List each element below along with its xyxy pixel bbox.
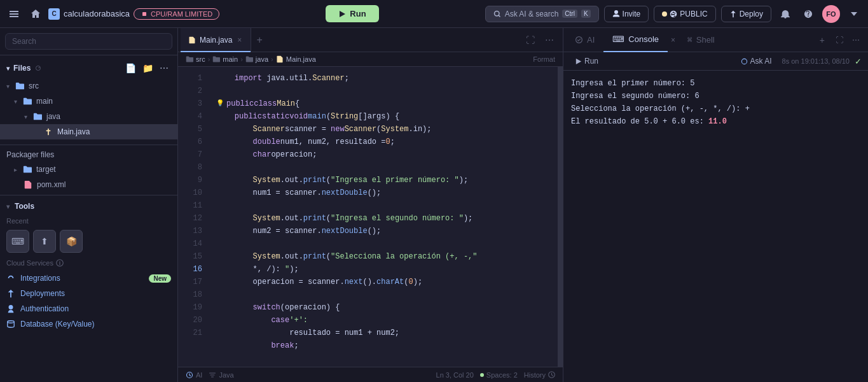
terminal-tool-button[interactable]: ⌨ <box>6 230 29 253</box>
upload-tool-button[interactable]: ⬆ <box>33 230 56 253</box>
authentication-label: Authentication <box>20 304 69 313</box>
lang-status-item[interactable]: Java <box>209 371 233 379</box>
breadcrumb-main[interactable]: main <box>223 55 238 63</box>
console-toolbar: Run Ask AI 8s on 19:01:13, 08/10 ✓ <box>563 52 868 71</box>
code-line-17 <box>216 288 555 301</box>
folder-breadcrumb-icon-3 <box>245 55 253 63</box>
files-section-header[interactable]: ▾ Files 📄 📁 ⋯ <box>0 58 177 78</box>
sidebar-search-input[interactable] <box>5 33 172 50</box>
folder-icon <box>22 164 32 174</box>
new-folder-button[interactable]: 📁 <box>140 62 156 74</box>
ai-status-item[interactable]: AI <box>186 371 202 379</box>
tree-item-mainjava[interactable]: Main.java <box>0 124 177 139</box>
code-line-1: import java.util.Scanner; <box>216 72 555 85</box>
code-editor: 1 2 3 4 5 6 7 8 9 10 11 12 13 14 15 16 1… <box>178 67 563 367</box>
help-button[interactable] <box>799 5 817 23</box>
code-line-19: case '+': <box>216 314 555 327</box>
check-icon: ✓ <box>855 57 862 66</box>
code-line-10: num1 = scanner.nextDouble(); <box>216 187 555 199</box>
service-deployments[interactable]: Deployments <box>0 286 177 301</box>
tab-shell[interactable]: ⌘ Shell <box>679 28 724 52</box>
xml-file-icon <box>23 180 33 190</box>
service-database[interactable]: Database (Key/Value) <box>0 316 177 332</box>
right-panel: AI ⌨ Console × ⌘ Shell + ⛶ ⋯ Run <box>563 28 868 382</box>
tab-console[interactable]: ⌨ Console <box>603 28 668 52</box>
code-line-3: 💡public class Main { <box>216 97 555 110</box>
cursor-status[interactable]: Ln 3, Col 20 <box>436 371 474 379</box>
service-integrations[interactable]: Integrations New <box>0 271 177 286</box>
file-breadcrumb-icon <box>276 55 284 63</box>
tree-label-main: main <box>36 97 53 106</box>
java-file-icon <box>43 127 53 137</box>
tab-ai[interactable]: AI <box>566 28 603 52</box>
project-icon: C <box>48 8 60 20</box>
tree-label-java: java <box>46 112 60 121</box>
right-panel-tabs: AI ⌨ Console × ⌘ Shell + ⛶ ⋯ <box>563 28 868 52</box>
history-status[interactable]: History <box>524 371 555 379</box>
format-button[interactable]: Format <box>533 55 555 63</box>
topbar-right: Ask AI & search Ctrl K Invite PUBLIC Dep… <box>485 5 863 23</box>
svg-point-13 <box>741 59 747 64</box>
public-button[interactable]: PUBLIC <box>654 6 715 22</box>
topbar-center: Run <box>224 5 479 22</box>
run-icon <box>575 58 582 65</box>
avatar-dropdown-button[interactable] <box>845 5 863 23</box>
output-line-4: El resultado de 5.0 + 6.0 es: 11.0 <box>571 115 860 128</box>
new-tab-button[interactable]: + <box>815 35 830 45</box>
chevron-down-icon: ▾ <box>6 65 10 72</box>
sidebar-toggle-button[interactable] <box>5 6 23 22</box>
sync-icon <box>34 64 42 72</box>
console-run-button[interactable]: Run <box>570 55 603 67</box>
expand-panel-button[interactable]: ⛶ <box>832 34 846 46</box>
expand-editor-button[interactable]: ⛶ <box>522 33 539 47</box>
integrations-icon <box>6 274 15 283</box>
chevron-icon: ▾ <box>6 203 10 210</box>
public-dot <box>662 11 667 17</box>
svg-rect-0 <box>10 11 18 12</box>
tree-item-java[interactable]: ▾ java <box>0 109 177 124</box>
tree-label-mainjava: Main.java <box>57 127 90 136</box>
output-highlight: 11.0 <box>708 117 727 126</box>
shortcut-key: K <box>581 10 591 18</box>
integrations-label: Integrations <box>20 274 60 283</box>
ask-ai-search-button[interactable]: Ask AI & search Ctrl K <box>485 6 599 22</box>
code-line-20: resultado = num1 + num2; <box>216 327 555 339</box>
notifications-button[interactable] <box>776 5 794 23</box>
tools-section-header[interactable]: ▾ Tools <box>0 198 177 215</box>
spaces-status[interactable]: Spaces: 2 <box>480 371 518 379</box>
recent-label: Recent <box>0 215 177 227</box>
panel-more-button[interactable]: ⋯ <box>849 34 863 46</box>
deployments-icon <box>6 289 15 298</box>
service-authentication[interactable]: Authentication <box>0 301 177 316</box>
ask-ai-button[interactable]: Ask AI <box>736 55 777 67</box>
folder-breadcrumb-icon-2 <box>212 55 220 63</box>
tree-item-pomxml[interactable]: pom.xml <box>0 177 177 192</box>
close-console-button[interactable]: × <box>668 34 679 46</box>
tree-item-src[interactable]: ▾ src <box>0 78 177 94</box>
avatar[interactable]: FO <box>822 5 840 23</box>
home-button[interactable] <box>27 6 45 22</box>
new-file-button[interactable]: 📄 <box>123 62 139 74</box>
tab-add-button[interactable]: + <box>251 34 267 46</box>
cpu-badge[interactable]: CPU/RAM LIMITED <box>134 8 219 20</box>
tree-item-target[interactable]: ▸ target <box>0 162 177 177</box>
tree-item-main[interactable]: ▾ main <box>0 94 177 109</box>
editor-more-button[interactable]: ⋯ <box>541 33 558 47</box>
run-button[interactable]: Run <box>326 5 378 22</box>
console-toolbar-left: Run <box>570 55 603 67</box>
invite-button[interactable]: Invite <box>604 6 649 22</box>
breadcrumb-src[interactable]: src <box>196 55 205 63</box>
package-tool-button[interactable]: 📦 <box>60 230 83 253</box>
console-output: Ingresa el primer número: 5 Ingresa el s… <box>563 71 868 382</box>
tab-main-java[interactable]: Main.java × <box>181 28 251 52</box>
breadcrumb-mainjava[interactable]: Main.java <box>286 55 316 63</box>
deploy-button[interactable]: Deploy <box>721 6 771 22</box>
shell-tab-icon: ⌘ <box>687 35 692 45</box>
cloud-services-header: Cloud Services <box>0 255 177 271</box>
svg-rect-3 <box>142 12 146 16</box>
files-more-button[interactable]: ⋯ <box>157 62 171 74</box>
breadcrumb-java[interactable]: java <box>256 55 268 63</box>
code-content[interactable]: import java.util.Scanner; 💡public class … <box>209 67 563 367</box>
tree-item-packager[interactable]: Packager files <box>0 148 177 162</box>
tab-close-button[interactable]: × <box>236 35 243 45</box>
